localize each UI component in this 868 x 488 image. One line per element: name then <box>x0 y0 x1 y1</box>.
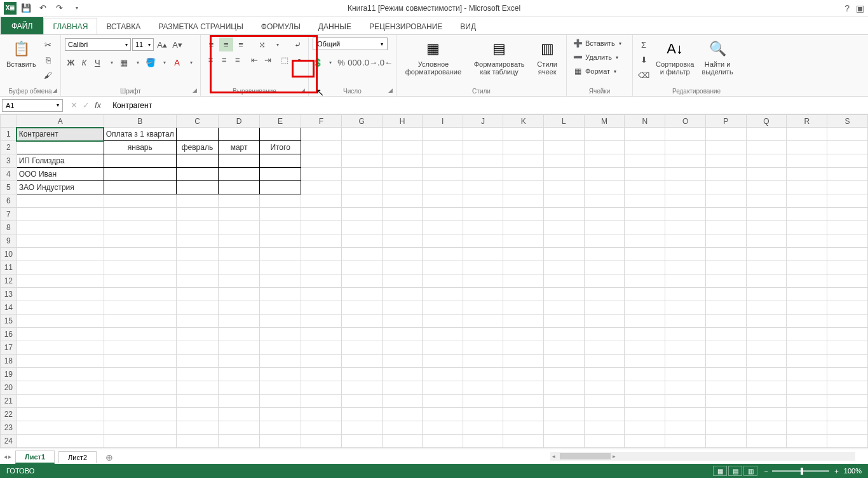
column-header-J[interactable]: J <box>463 115 503 128</box>
cell-G2[interactable] <box>341 141 382 154</box>
cell-C14[interactable] <box>176 301 218 315</box>
fill-color-menu-icon[interactable] <box>158 55 170 69</box>
cell-R22[interactable] <box>787 408 827 421</box>
cell-I11[interactable] <box>423 261 463 274</box>
cell-S22[interactable] <box>827 408 868 421</box>
new-sheet-button[interactable]: ⊕ <box>100 452 118 463</box>
cell-S1[interactable] <box>827 128 868 141</box>
cell-J14[interactable] <box>463 301 503 315</box>
cell-B4[interactable] <box>104 168 176 181</box>
cell-C5[interactable] <box>176 181 218 194</box>
cell-M11[interactable] <box>584 261 625 274</box>
cell-Q3[interactable] <box>746 154 787 168</box>
cell-D17[interactable] <box>219 341 260 355</box>
font-size-combo[interactable]: 11▾ <box>132 38 154 51</box>
cell-L19[interactable] <box>544 368 585 381</box>
cell-J3[interactable] <box>463 154 503 168</box>
cell-O7[interactable] <box>665 208 706 221</box>
cell-O15[interactable] <box>665 315 706 328</box>
zoom-out-icon[interactable]: − <box>764 467 768 475</box>
cell-R15[interactable] <box>787 315 827 328</box>
cell-A4[interactable]: ООО Иван <box>17 168 104 181</box>
row-header-13[interactable]: 13 <box>1 288 17 301</box>
cell-E23[interactable] <box>260 421 301 435</box>
cell-N18[interactable] <box>625 355 665 368</box>
cell-Q18[interactable] <box>746 355 787 368</box>
cell-C4[interactable] <box>176 168 218 181</box>
cell-A22[interactable] <box>17 408 104 421</box>
cell-O12[interactable] <box>665 274 706 288</box>
cell-G14[interactable] <box>341 301 382 315</box>
cell-L8[interactable] <box>544 221 585 234</box>
align-bottom-icon[interactable]: ≡ <box>234 37 248 51</box>
cell-L23[interactable] <box>544 421 585 435</box>
worksheet-grid[interactable]: ABCDEFGHIJKLMNOPQRS1КонтрагентОплата з 1… <box>0 114 868 448</box>
cell-B17[interactable] <box>104 341 176 355</box>
cell-D19[interactable] <box>219 368 260 381</box>
tab-insert[interactable]: ВСТАВКА <box>97 18 149 34</box>
cell-H23[interactable] <box>382 421 423 435</box>
cell-S17[interactable] <box>827 341 868 355</box>
cell-L10[interactable] <box>544 248 585 261</box>
cell-N14[interactable] <box>625 301 665 315</box>
cell-J21[interactable] <box>463 395 503 408</box>
cell-P9[interactable] <box>705 234 746 248</box>
cell-P2[interactable] <box>705 141 746 154</box>
cell-R6[interactable] <box>787 194 827 208</box>
cell-R8[interactable] <box>787 221 827 234</box>
cell-M10[interactable] <box>584 248 625 261</box>
cell-K20[interactable] <box>503 381 544 395</box>
paste-button[interactable]: 📋 Вставить <box>4 37 39 69</box>
cell-L11[interactable] <box>544 261 585 274</box>
cell-K9[interactable] <box>503 234 544 248</box>
cell-B13[interactable] <box>104 288 176 301</box>
underline-button[interactable]: Ч <box>92 55 104 69</box>
cell-I13[interactable] <box>423 288 463 301</box>
cell-H5[interactable] <box>382 181 423 194</box>
sheet-tab-1[interactable]: Лист1 <box>15 451 55 464</box>
cell-A20[interactable] <box>17 381 104 395</box>
cell-G12[interactable] <box>341 274 382 288</box>
cell-L9[interactable] <box>544 234 585 248</box>
cell-O1[interactable] <box>665 128 706 141</box>
cell-Q21[interactable] <box>746 395 787 408</box>
row-header-3[interactable]: 3 <box>1 154 17 168</box>
cell-D20[interactable] <box>219 381 260 395</box>
clear-icon[interactable]: ⌫ <box>637 68 651 82</box>
cell-A15[interactable] <box>17 315 104 328</box>
cell-R17[interactable] <box>787 341 827 355</box>
cell-P3[interactable] <box>705 154 746 168</box>
row-header-9[interactable]: 9 <box>1 234 17 248</box>
column-header-B[interactable]: B <box>104 115 176 128</box>
cell-G11[interactable] <box>341 261 382 274</box>
cell-N7[interactable] <box>625 208 665 221</box>
cell-E14[interactable] <box>260 301 301 315</box>
cell-O21[interactable] <box>665 395 706 408</box>
cell-F22[interactable] <box>301 408 342 421</box>
cell-H10[interactable] <box>382 248 423 261</box>
cell-M7[interactable] <box>584 208 625 221</box>
cell-P13[interactable] <box>705 288 746 301</box>
cell-C17[interactable] <box>176 341 218 355</box>
cell-M20[interactable] <box>584 381 625 395</box>
cell-S5[interactable] <box>827 181 868 194</box>
cell-E12[interactable] <box>260 274 301 288</box>
cell-O13[interactable] <box>665 288 706 301</box>
clipboard-launcher-icon[interactable]: ◢ <box>51 86 58 94</box>
column-header-G[interactable]: G <box>341 115 382 128</box>
cell-B23[interactable] <box>104 421 176 435</box>
cell-P17[interactable] <box>705 341 746 355</box>
fill-color-icon[interactable]: 🪣 <box>144 55 156 69</box>
cell-E24[interactable] <box>260 435 301 448</box>
cell-J10[interactable] <box>463 248 503 261</box>
row-header-18[interactable]: 18 <box>1 355 17 368</box>
cell-G20[interactable] <box>341 381 382 395</box>
cell-R11[interactable] <box>787 261 827 274</box>
cell-J18[interactable] <box>463 355 503 368</box>
cell-B20[interactable] <box>104 381 176 395</box>
cell-R5[interactable] <box>787 181 827 194</box>
percent-icon[interactable]: % <box>336 55 346 69</box>
normal-view-icon[interactable]: ▦ <box>713 466 727 476</box>
cell-C1[interactable] <box>176 128 218 141</box>
cell-F5[interactable] <box>301 181 342 194</box>
